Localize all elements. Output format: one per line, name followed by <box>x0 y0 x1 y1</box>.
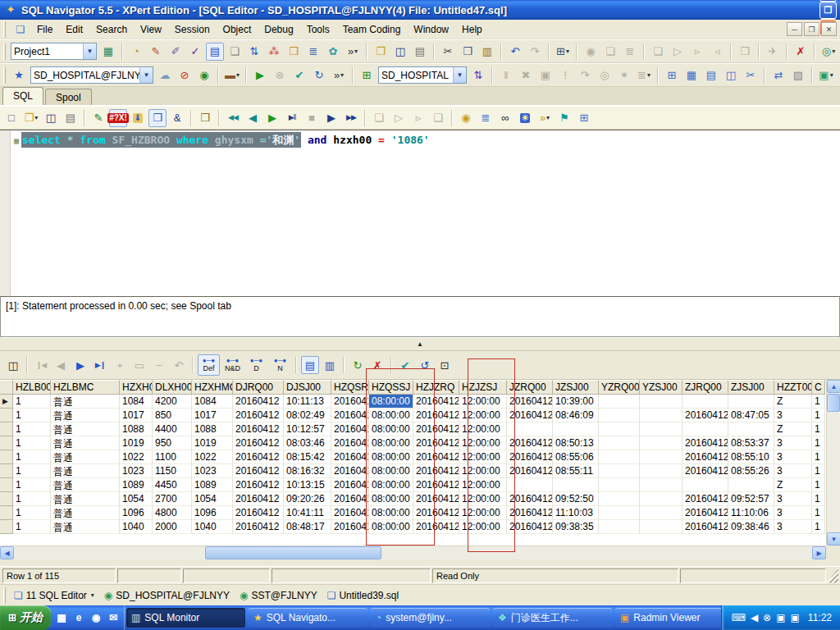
toolbar-overflow-chevron[interactable]: »▾ <box>344 43 362 61</box>
row-selector[interactable] <box>0 450 13 464</box>
defaults-button[interactable]: ●─● D <box>245 354 267 376</box>
horizontal-scroll-thumb[interactable] <box>205 546 381 559</box>
transactions-icon[interactable]: ▬▾ <box>223 66 241 84</box>
code-area[interactable]: ▦select * from SF_HZBROO where ghysxm ='… <box>11 130 840 296</box>
grid-cell[interactable]: 1 <box>13 450 51 464</box>
grid-cell[interactable]: 20160412 <box>331 478 369 492</box>
tab-spool[interactable]: Spool <box>45 89 92 105</box>
toolbar-overflow-chevron[interactable]: »▾ <box>330 66 348 84</box>
grid-cell[interactable]: 950 <box>153 436 192 450</box>
grid-cell[interactable]: 08:48:17 <box>284 520 331 534</box>
session-combo[interactable]: SD_HOSPITAL@FJLNYY( ▼ <box>30 66 153 84</box>
grid-header-yzsj00[interactable]: YZSJ00 <box>640 380 682 395</box>
grid-cell[interactable]: 3 <box>774 409 812 422</box>
grid-cell[interactable]: 09:20:26 <box>284 492 331 506</box>
grid-cell[interactable]: 1 <box>13 492 51 506</box>
break-query-icon[interactable]: ✗ <box>368 356 386 374</box>
grid-cell[interactable] <box>682 395 728 409</box>
menu-item-object[interactable]: Object <box>217 21 258 38</box>
grid-cell[interactable]: 20160412 <box>413 492 459 506</box>
menu-item-tools[interactable]: Tools <box>300 21 336 38</box>
server-output-icon[interactable]: ◉ <box>195 66 213 84</box>
collapse-pane-arrow-icon[interactable]: ▲ <box>405 340 435 349</box>
default-values-button[interactable]: ●─● Def <box>198 354 220 376</box>
object-copy-icon[interactable]: ❒ <box>285 43 303 61</box>
grid-cell[interactable] <box>728 422 774 436</box>
hide-tray-icons-chevron[interactable]: ◀ <box>751 612 758 623</box>
grid-header-hzxh00[interactable]: HZXH00 <box>120 380 153 395</box>
chevron-down-icon[interactable]: ▼ <box>83 43 96 59</box>
grid-cell[interactable]: 20160412 <box>507 436 553 450</box>
help-menu-icon[interactable]: ◎▾ <box>819 43 838 61</box>
grid-cell[interactable]: 20160412 <box>331 464 369 478</box>
grid-cell[interactable]: 3 <box>774 492 812 506</box>
grid-cell[interactable]: 20160412 <box>507 506 553 520</box>
grid-cell[interactable]: 1 <box>13 478 51 492</box>
grid-cell[interactable]: 20160412 <box>233 478 284 492</box>
grid-cell[interactable]: 08:47:05 <box>728 409 774 422</box>
grid-cell[interactable] <box>599 478 640 492</box>
row-selector[interactable] <box>0 422 13 436</box>
commit-icon[interactable]: ✔ <box>396 356 414 374</box>
kill-session-icon[interactable]: ⊘ <box>176 66 194 84</box>
execute-icon[interactable]: ▶ <box>263 109 281 127</box>
messenger-icon[interactable]: ✉ <box>106 610 121 625</box>
grid-cell[interactable]: 1040 <box>192 520 233 534</box>
grid-cell[interactable]: 20160412 <box>331 395 369 409</box>
nulls-button[interactable]: ●─● N <box>269 354 291 376</box>
row-selector[interactable] <box>0 409 13 422</box>
code-assistant-lamp-icon[interactable]: ☀ <box>516 109 534 127</box>
grid-cell[interactable]: 20160412 <box>413 464 459 478</box>
grid-cell[interactable]: 20160412 <box>233 450 284 464</box>
grid-cell[interactable] <box>599 506 640 520</box>
grid-cell[interactable]: 08:46:09 <box>553 409 599 422</box>
grid-cell[interactable] <box>507 422 553 436</box>
grid-cell[interactable]: 20160412 <box>331 520 369 534</box>
grid-cell[interactable]: 4400 <box>153 422 192 436</box>
grid-header-hzqssj[interactable]: HZQSSJ <box>369 380 413 395</box>
execute-step-icon[interactable]: ▶‖ <box>283 109 301 127</box>
open-window-item[interactable]: ❏Untitled39.sql <box>327 590 399 601</box>
schema-tree-icon[interactable]: ⊞ <box>358 66 376 84</box>
grid-cell[interactable]: 08:53:37 <box>728 436 774 450</box>
grid-cell[interactable]: 08:02:49 <box>284 409 331 422</box>
grid-cell[interactable]: 1022 <box>192 450 233 464</box>
column-organizer-icon[interactable]: ⊞ <box>575 109 593 127</box>
grid-cell[interactable]: 1 <box>13 520 51 534</box>
scroll-left-arrow[interactable]: ◀ <box>0 546 14 559</box>
mdi-close-button[interactable]: ✕ <box>821 22 837 36</box>
grid-header-zjrq00[interactable]: ZJRQ00 <box>682 380 728 395</box>
grid-cell[interactable]: 1022 <box>120 450 153 464</box>
sort-columns-icon[interactable]: ⇅ <box>469 66 487 84</box>
grid-cell[interactable]: 1 <box>812 464 825 478</box>
taskbar-button-system-fjlny[interactable]: ◔system@fjlny... <box>371 608 490 628</box>
grid-cell[interactable]: 1089 <box>120 478 153 492</box>
syntax-check-icon[interactable]: ✗ <box>792 43 810 61</box>
grid-cell[interactable]: 12:00:00 <box>459 450 507 464</box>
grid-cell[interactable]: 1096 <box>120 506 153 520</box>
chevron-down-icon[interactable]: ▼ <box>453 67 466 83</box>
scroll-down-arrow[interactable]: ▼ <box>827 532 840 546</box>
connect-session-icon[interactable]: ★ <box>10 66 28 84</box>
grid-cell[interactable]: 08:03:46 <box>284 436 331 450</box>
grid-cell[interactable]: 普通 <box>51 492 120 506</box>
horizontal-scrollbar[interactable]: ◀ ▶ <box>0 546 826 559</box>
grid-cell[interactable]: 20160412 <box>507 464 553 478</box>
edit-object-icon[interactable]: ✐ <box>167 43 185 61</box>
grid-cell[interactable]: 1 <box>812 506 825 520</box>
row-selector[interactable]: ▶ <box>0 395 13 409</box>
grid-cell[interactable]: 20160412 <box>233 422 284 436</box>
keyboard-layout-icon[interactable]: ⌨ <box>732 612 746 623</box>
reconnect-icon[interactable]: ↻ <box>310 66 328 84</box>
grid-view-icon[interactable]: ▤ <box>301 356 319 374</box>
save-icon[interactable]: ◫ <box>42 109 60 127</box>
new-wizard-icon[interactable]: ✎ <box>147 43 165 61</box>
grid-cell[interactable]: 20160412 <box>233 464 284 478</box>
grid-cell[interactable]: 12:00:00 <box>459 492 507 506</box>
grid-cell[interactable] <box>682 478 728 492</box>
grid-cell[interactable]: 09:38:46 <box>728 520 774 534</box>
show-desktop-icon[interactable]: ▦ <box>54 610 69 625</box>
grid-header-djrq00[interactable]: DJRQ00 <box>233 380 284 395</box>
grid-cell[interactable]: 1 <box>812 436 825 450</box>
grid-cell[interactable]: 20160412 <box>413 506 459 520</box>
